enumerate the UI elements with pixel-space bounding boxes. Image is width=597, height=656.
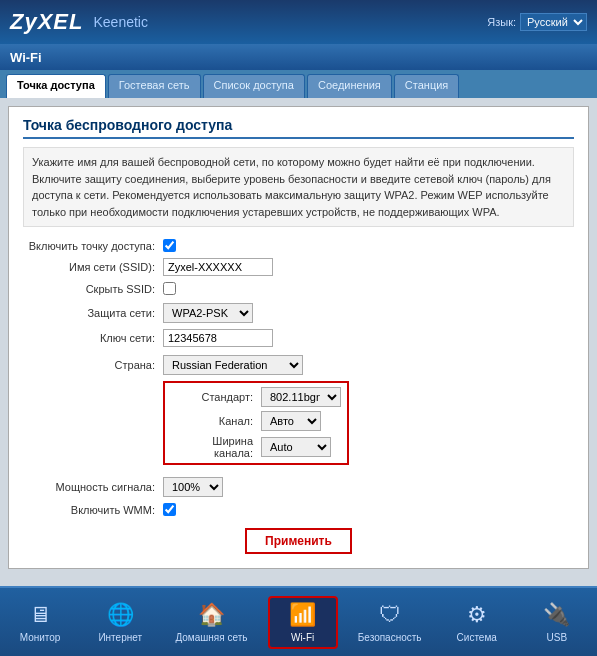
nav-home-label: Домашняя сеть xyxy=(175,632,247,643)
keenetic-logo: Keenetic xyxy=(93,14,147,30)
hide-ssid-checkbox[interactable] xyxy=(163,282,176,295)
wifi-icon: 📶 xyxy=(289,602,316,628)
standard-label: Стандарт: xyxy=(171,391,261,403)
channel-select[interactable]: Авто 123 456 789 10111213 xyxy=(261,411,321,431)
nav-security-label: Безопасность xyxy=(358,632,422,643)
tab-access-list[interactable]: Список доступа xyxy=(203,74,305,98)
wmm-label: Включить WMM: xyxy=(23,504,163,516)
nav-internet-label: Интернет xyxy=(98,632,142,643)
ssid-input[interactable] xyxy=(163,258,273,276)
apply-button[interactable]: Применить xyxy=(245,528,352,554)
info-text: Укажите имя для вашей беспроводной сети,… xyxy=(23,147,574,227)
enable-checkbox[interactable] xyxy=(163,239,176,252)
nav-wifi-label: Wi-Fi xyxy=(291,632,314,643)
nav-monitor-label: Монитор xyxy=(20,632,61,643)
power-select[interactable]: 100% 75% 50% 25% xyxy=(163,477,223,497)
lang-label: Язык: xyxy=(487,16,516,28)
nav-usb[interactable]: 🔌 USB xyxy=(522,598,592,647)
key-input[interactable] xyxy=(163,329,273,347)
lang-select[interactable]: Русский English xyxy=(520,13,587,31)
nav-system-label: Система xyxy=(457,632,497,643)
nav-usb-label: USB xyxy=(547,632,568,643)
bandwidth-select[interactable]: Auto 20 MHz 40 MHz xyxy=(261,437,331,457)
home-icon: 🏠 xyxy=(198,602,225,628)
bottom-navigation: 🖥 Монитор 🌐 Интернет 🏠 Домашняя сеть 📶 W… xyxy=(0,586,597,656)
page-title: Wi-Fi xyxy=(10,50,42,65)
security-icon: 🛡 xyxy=(379,602,401,628)
standard-select[interactable]: 802.11bgn 802.11bg 802.11n xyxy=(261,387,341,407)
country-select[interactable]: Russian Federation United States Germany xyxy=(163,355,303,375)
internet-icon: 🌐 xyxy=(107,602,134,628)
channel-label: Канал: xyxy=(171,415,261,427)
wmm-checkbox[interactable] xyxy=(163,503,176,516)
key-label: Ключ сети: xyxy=(23,332,163,344)
nav-security[interactable]: 🛡 Безопасность xyxy=(348,598,432,647)
nav-monitor[interactable]: 🖥 Монитор xyxy=(5,598,75,647)
bandwidth-label: Ширина канала: xyxy=(171,435,261,459)
hide-ssid-label: Скрыть SSID: xyxy=(23,283,163,295)
tab-access-point[interactable]: Точка доступа xyxy=(6,74,106,98)
ssid-label: Имя сети (SSID): xyxy=(23,261,163,273)
section-title: Точка беспроводного доступа xyxy=(23,117,574,139)
language-selector[interactable]: Язык: Русский English xyxy=(487,13,587,31)
tab-connection[interactable]: Соединения xyxy=(307,74,392,98)
radio-settings-group: Стандарт: 802.11bgn 802.11bg 802.11n Кан… xyxy=(163,381,349,465)
enable-label: Включить точку доступа: xyxy=(23,240,163,252)
nav-wifi[interactable]: 📶 Wi-Fi xyxy=(268,596,338,649)
nav-internet[interactable]: 🌐 Интернет xyxy=(85,598,155,647)
nav-system[interactable]: ⚙ Система xyxy=(442,598,512,647)
monitor-icon: 🖥 xyxy=(29,602,51,628)
tab-station[interactable]: Станция xyxy=(394,74,459,98)
zyxel-logo: ZyXEL xyxy=(10,9,83,35)
nav-home-network[interactable]: 🏠 Домашняя сеть xyxy=(165,598,257,647)
power-label: Мощность сигнала: xyxy=(23,481,163,493)
tab-guest-network[interactable]: Гостевая сеть xyxy=(108,74,201,98)
security-label: Защита сети: xyxy=(23,307,163,319)
system-icon: ⚙ xyxy=(467,602,487,628)
usb-icon: 🔌 xyxy=(543,602,570,628)
country-label: Страна: xyxy=(23,359,163,371)
security-select[interactable]: WPA2-PSK WPA-PSK WEP Нет xyxy=(163,303,253,323)
